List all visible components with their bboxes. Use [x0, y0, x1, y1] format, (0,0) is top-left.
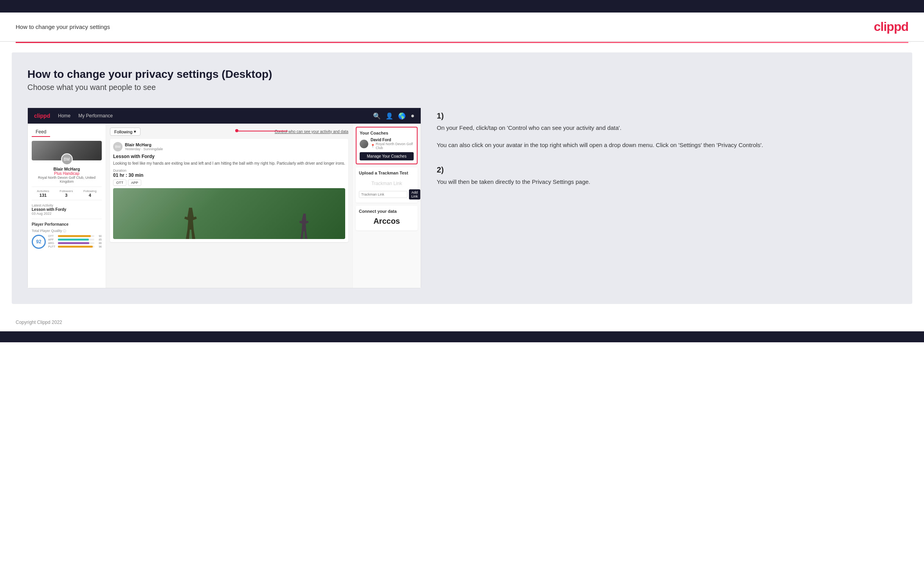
- player-perf-title: Player Performance: [32, 222, 102, 226]
- step1-text-a: On your Feed, click/tap on 'Control who …: [437, 123, 897, 133]
- stat-followers: Followers 3: [59, 189, 73, 198]
- app-nav: clippd Home My Performance 🔍 👤 🌎 ●: [28, 108, 421, 124]
- coach-name: David Ford: [371, 138, 414, 142]
- app-feed: Following ▾ Control who can see your act…: [106, 124, 352, 288]
- clippd-logo: clippd: [874, 20, 908, 34]
- location-icon: 📍: [371, 144, 375, 148]
- stat-following-label: Following: [83, 189, 97, 193]
- post-duration-value: 01 hr : 30 min: [113, 173, 345, 178]
- golfer2-silhouette: [299, 214, 310, 239]
- post-title: Lesson with Fordy: [113, 154, 345, 159]
- coach-row: David Ford 📍 Royal North Devon Golf Club: [360, 138, 414, 150]
- avatar-icon[interactable]: ●: [411, 112, 414, 120]
- tag-app[interactable]: APP: [128, 180, 141, 186]
- breadcrumb: How to change your privacy settings: [16, 23, 110, 30]
- post-tags: OTT APP: [113, 180, 345, 186]
- tpq-label: Total Player Quality ⓘ: [32, 229, 102, 233]
- bar-rows: OTT 90 APP 85 ARG: [48, 235, 102, 249]
- feed-post: BM Blair McHarg Yesterday · Sunningdale …: [110, 139, 348, 242]
- profile-avatar: BM: [61, 153, 73, 165]
- post-user-location: Yesterday · Sunningdale: [125, 147, 163, 151]
- golfer1-silhouette: [183, 208, 198, 239]
- profile-club: Royal North Devon Golf Club, United King…: [32, 176, 102, 183]
- accent-line: [16, 42, 908, 43]
- profile-name: Blair McHarg: [32, 167, 102, 171]
- stat-activities-label: Activities: [37, 189, 49, 193]
- coach-club: 📍 Royal North Devon Golf Club: [371, 142, 414, 150]
- feed-tab[interactable]: Feed: [32, 128, 50, 137]
- app-body: Feed BM Blair McHarg Plus Handicap Royal…: [28, 124, 421, 288]
- stat-followers-label: Followers: [59, 189, 73, 193]
- nav-home[interactable]: Home: [58, 113, 70, 119]
- connect-data-panel: Connect your data Arccos: [356, 206, 418, 230]
- coach-info: David Ford 📍 Royal North Devon Golf Club: [371, 138, 414, 150]
- globe-icon[interactable]: 🌎: [398, 112, 406, 120]
- trackman-input-row: Add Link: [359, 189, 414, 200]
- manage-coaches-button[interactable]: Manage Your Coaches: [360, 152, 414, 160]
- tpq-circle: 92: [32, 235, 46, 249]
- instructions-column: 1) On your Feed, click/tap on 'Control w…: [437, 108, 897, 203]
- coach-avatar: [360, 140, 368, 148]
- post-user-name: Blair McHarg: [125, 142, 163, 147]
- page-heading: How to change your privacy settings (Des…: [27, 68, 897, 81]
- latest-activity-label: Latest Activity: [32, 203, 102, 207]
- step1-number: 1): [437, 111, 897, 120]
- stat-activities-value: 131: [37, 193, 49, 198]
- chevron-down-icon: ▾: [134, 129, 136, 134]
- trackman-input[interactable]: [359, 191, 407, 198]
- coaches-panel: Your Coaches David Ford 📍 Royal North De…: [356, 127, 418, 164]
- tag-ott[interactable]: OTT: [113, 180, 126, 186]
- stat-following: Following 4: [83, 189, 97, 198]
- tpq-row: 92 OTT 90 APP 85: [32, 235, 102, 249]
- two-col-layout: clippd Home My Performance 🔍 👤 🌎 ● Feed: [27, 108, 897, 288]
- trackman-link-placeholder: Trackman Link: [359, 178, 414, 189]
- step2-text: You will then be taken directly to the P…: [437, 177, 897, 187]
- following-label: Following: [114, 129, 132, 134]
- app-right-panel: Your Coaches David Ford 📍 Royal North De…: [352, 124, 421, 288]
- post-image: [113, 188, 345, 239]
- bar-row-ott: OTT 90: [48, 235, 102, 237]
- stat-following-value: 4: [83, 193, 97, 198]
- app-sidebar: Feed BM Blair McHarg Plus Handicap Royal…: [28, 124, 106, 288]
- nav-right-icons: 🔍 👤 🌎 ●: [373, 112, 414, 120]
- profile-header-image: BM: [32, 141, 102, 160]
- latest-activity-title: Lesson with Fordy: [32, 207, 102, 212]
- header: How to change your privacy settings clip…: [0, 13, 924, 42]
- connect-data-title: Connect your data: [359, 209, 414, 214]
- top-bar: [0, 0, 924, 13]
- latest-activity-date: 03 Aug 2022: [32, 212, 102, 216]
- bottom-bar: [0, 331, 924, 342]
- control-privacy-link[interactable]: Control who can see your activity and da…: [275, 129, 348, 134]
- post-description: Looking to feel like my hands are exitin…: [113, 161, 345, 166]
- step2-number: 2): [437, 165, 897, 174]
- nav-my-performance[interactable]: My Performance: [78, 113, 113, 119]
- annotation-dot-left: [235, 129, 238, 132]
- bar-row-putt: PUTT 96: [48, 245, 102, 248]
- post-user-row: BM Blair McHarg Yesterday · Sunningdale: [113, 142, 345, 151]
- feed-top: Following ▾ Control who can see your act…: [110, 128, 348, 136]
- annotation-line: [237, 131, 288, 131]
- following-button[interactable]: Following ▾: [110, 128, 140, 136]
- bar-row-arg: ARG 86: [48, 242, 102, 244]
- coach-club-name: Royal North Devon Golf Club: [376, 142, 414, 150]
- player-performance-section: Player Performance Total Player Quality …: [32, 219, 102, 249]
- profile-handicap: Plus Handicap: [32, 171, 102, 176]
- coaches-title: Your Coaches: [360, 131, 414, 135]
- main-content: How to change your privacy settings (Des…: [12, 52, 912, 304]
- instruction-step1: 1) On your Feed, click/tap on 'Control w…: [437, 111, 897, 150]
- arccos-label: Arccos: [359, 215, 414, 227]
- page-subheading: Choose what you want people to see: [27, 83, 897, 92]
- post-user-info: Blair McHarg Yesterday · Sunningdale: [125, 142, 163, 151]
- stat-followers-value: 3: [59, 193, 73, 198]
- search-icon[interactable]: 🔍: [373, 112, 381, 120]
- app-screenshot: clippd Home My Performance 🔍 👤 🌎 ● Feed: [27, 108, 421, 288]
- profile-stats: Activities 131 Followers 3 Following 4: [32, 187, 102, 200]
- add-link-button[interactable]: Add Link: [409, 189, 420, 200]
- trackman-panel: Upload a Trackman Test Trackman Link Add…: [356, 167, 418, 203]
- step1-text-b: You can also click on your avatar in the…: [437, 140, 897, 150]
- stat-activities: Activities 131: [37, 189, 49, 198]
- instruction-step2: 2) You will then be taken directly to th…: [437, 165, 897, 187]
- bar-row-app: APP 85: [48, 238, 102, 241]
- user-icon[interactable]: 👤: [385, 112, 393, 120]
- trackman-title: Upload a Trackman Test: [359, 171, 414, 175]
